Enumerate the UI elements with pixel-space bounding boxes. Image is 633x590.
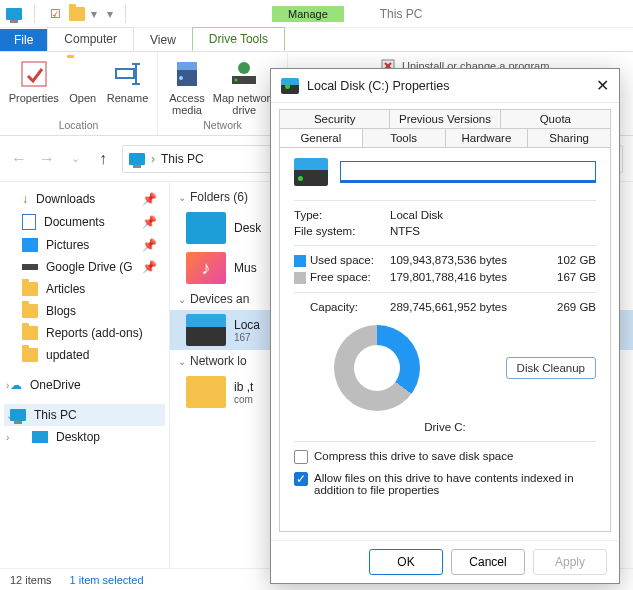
document-icon bbox=[22, 214, 36, 230]
tree-articles[interactable]: Articles bbox=[4, 278, 165, 300]
rename-icon bbox=[112, 58, 144, 90]
value-type: Local Disk bbox=[390, 209, 596, 221]
index-checkbox[interactable]: ✓ Allow files on this drive to have cont… bbox=[294, 472, 596, 496]
chevron-right-icon[interactable]: › bbox=[6, 432, 9, 443]
tree-downloads[interactable]: ↓Downloads📌 bbox=[4, 188, 165, 210]
ribbon-group-location: Location bbox=[59, 117, 99, 133]
svg-point-10 bbox=[238, 62, 250, 74]
general-panel: Type:Local Disk File system:NTFS Used sp… bbox=[279, 147, 611, 532]
svg-rect-6 bbox=[177, 62, 197, 70]
chevron-right-icon: › bbox=[151, 152, 155, 166]
usage-chart-label: Drive C: bbox=[294, 421, 596, 433]
tab-tools[interactable]: Tools bbox=[363, 128, 446, 147]
pin-icon: 📌 bbox=[142, 215, 157, 229]
checkbox-icon: ✓ bbox=[294, 472, 308, 486]
tree-thispc[interactable]: ⌄This PC bbox=[4, 404, 165, 426]
nav-tree[interactable]: ↓Downloads📌 Documents📌 Pictures📌 Google … bbox=[0, 182, 170, 568]
cloud-icon: ☁ bbox=[10, 378, 22, 392]
svg-point-7 bbox=[179, 76, 183, 80]
access-media-button[interactable]: Access media bbox=[169, 58, 204, 116]
tab-sharing[interactable]: Sharing bbox=[528, 128, 611, 147]
chevron-down-icon: ⌄ bbox=[178, 356, 186, 367]
tree-documents[interactable]: Documents📌 bbox=[4, 210, 165, 234]
media-server-icon bbox=[171, 58, 203, 90]
open-button[interactable]: Open bbox=[67, 58, 99, 104]
properties-dialog: Local Disk (C:) Properties ✕ Security Pr… bbox=[270, 68, 620, 584]
drive-icon bbox=[22, 264, 38, 270]
titlebar: ☑ ▾ ▾ Manage This PC bbox=[0, 0, 633, 28]
folder-icon bbox=[22, 348, 38, 362]
chevron-down-icon[interactable]: ▾ bbox=[91, 7, 97, 21]
map-network-drive-button[interactable]: Map network drive bbox=[213, 58, 276, 116]
monitor-icon bbox=[6, 6, 22, 22]
download-icon: ↓ bbox=[22, 192, 28, 206]
ok-button[interactable]: OK bbox=[369, 549, 443, 575]
folder-dropdown-icon[interactable] bbox=[69, 6, 85, 22]
tree-reports[interactable]: Reports (add-ons) bbox=[4, 322, 165, 344]
tree-blogs[interactable]: Blogs bbox=[4, 300, 165, 322]
open-folder-icon bbox=[67, 58, 99, 90]
tab-drive-tools[interactable]: Drive Tools bbox=[192, 27, 285, 51]
back-button[interactable]: ← bbox=[10, 150, 28, 168]
label-used: Used space: bbox=[294, 254, 384, 267]
tree-googledrive[interactable]: Google Drive (G📌 bbox=[4, 256, 165, 278]
value-used-bytes: 109,943,873,536 bytes bbox=[390, 254, 530, 266]
tree-pictures[interactable]: Pictures📌 bbox=[4, 234, 165, 256]
dialog-buttons: OK Cancel Apply bbox=[271, 540, 619, 583]
properties-check-icon[interactable]: ☑ bbox=[47, 6, 63, 22]
label-type: Type: bbox=[294, 209, 384, 221]
music-icon: ♪ bbox=[186, 252, 226, 284]
apply-button[interactable]: Apply bbox=[533, 549, 607, 575]
label: Rename bbox=[107, 92, 149, 104]
pin-icon: 📌 bbox=[142, 192, 157, 206]
capacity-row: Capacity: 289,745,661,952 bytes 269 GB bbox=[294, 301, 596, 313]
properties-button[interactable]: Properties bbox=[9, 58, 59, 104]
rename-button[interactable]: Rename bbox=[107, 58, 149, 104]
chevron-right-icon[interactable]: › bbox=[6, 380, 9, 391]
manage-context-tab[interactable]: Manage bbox=[272, 6, 344, 22]
tree-updated[interactable]: updated bbox=[4, 344, 165, 366]
svg-rect-1 bbox=[116, 69, 134, 78]
label-fs: File system: bbox=[294, 225, 384, 237]
tab-file[interactable]: File bbox=[0, 29, 47, 51]
pc-icon bbox=[129, 153, 145, 165]
disk-cleanup-button[interactable]: Disk Cleanup bbox=[506, 357, 596, 379]
dialog-titlebar[interactable]: Local Disk (C:) Properties ✕ bbox=[271, 69, 619, 103]
drive-icon bbox=[294, 158, 328, 186]
close-button[interactable]: ✕ bbox=[596, 76, 609, 95]
tree-onedrive[interactable]: ›☁OneDrive bbox=[4, 374, 165, 396]
status-selected-count: 1 item selected bbox=[70, 574, 144, 586]
usage-donut-chart bbox=[334, 325, 420, 411]
drive-meta: Type:Local Disk File system:NTFS bbox=[294, 209, 596, 237]
tree-desktop[interactable]: ›Desktop bbox=[4, 426, 165, 448]
dialog-tabs: Security Previous Versions Quota General… bbox=[271, 103, 619, 147]
overflow-icon[interactable]: ▾ bbox=[107, 7, 113, 21]
pc-icon bbox=[10, 409, 26, 421]
space-grid: Used space: 109,943,873,536 bytes 102 GB… bbox=[294, 254, 596, 284]
cancel-button[interactable]: Cancel bbox=[451, 549, 525, 575]
value-used-h: 102 GB bbox=[536, 254, 596, 266]
tab-computer[interactable]: Computer bbox=[47, 27, 134, 51]
tab-view[interactable]: View bbox=[134, 29, 192, 51]
tab-general[interactable]: General bbox=[279, 128, 363, 147]
value-capacity-h: 269 GB bbox=[536, 301, 596, 313]
network-drive-icon bbox=[228, 58, 260, 90]
label-free: Free space: bbox=[294, 271, 384, 284]
forward-button[interactable]: → bbox=[38, 150, 56, 168]
svg-point-9 bbox=[235, 79, 238, 82]
label: Open bbox=[69, 92, 96, 104]
drive-name-input[interactable] bbox=[340, 161, 596, 183]
tab-security[interactable]: Security bbox=[279, 109, 390, 128]
tab-previous-versions[interactable]: Previous Versions bbox=[390, 109, 500, 128]
compress-checkbox[interactable]: Compress this drive to save disk space bbox=[294, 450, 596, 464]
history-dropdown[interactable]: ⌄ bbox=[66, 150, 84, 168]
pin-icon: 📌 bbox=[142, 260, 157, 274]
tab-hardware[interactable]: Hardware bbox=[446, 128, 529, 147]
up-button[interactable]: ↑ bbox=[94, 150, 112, 168]
value-free-h: 167 GB bbox=[536, 271, 596, 283]
value-capacity-bytes: 289,745,661,952 bytes bbox=[390, 301, 530, 313]
breadcrumb-item[interactable]: This PC bbox=[161, 152, 204, 166]
tab-quota[interactable]: Quota bbox=[501, 109, 611, 128]
value-free-bytes: 179,801,788,416 bytes bbox=[390, 271, 530, 283]
properties-icon bbox=[18, 58, 50, 90]
